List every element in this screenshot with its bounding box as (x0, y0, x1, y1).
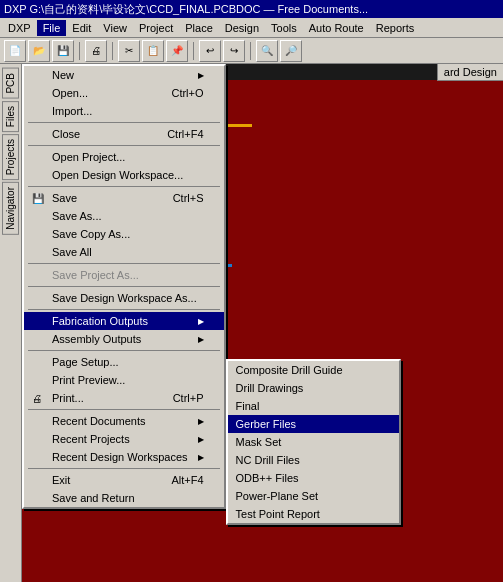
canvas-area: ard Design R20 1602 CHO (22, 64, 503, 582)
dd-nc-drill[interactable]: NC Drill Files (228, 451, 399, 469)
toolbar-sep4 (250, 42, 251, 60)
menu-project[interactable]: Project (133, 20, 179, 36)
dd-final[interactable]: Final (228, 397, 399, 415)
recentworkspaces-arrow: ▶ (198, 453, 204, 462)
sidebar-tab-pcb[interactable]: PCB (2, 68, 19, 99)
menu-autoroute[interactable]: Auto Route (303, 20, 370, 36)
dd-drill-drawings[interactable]: Drill Drawings (228, 379, 399, 397)
menu-edit[interactable]: Edit (66, 20, 97, 36)
menu-place[interactable]: Place (179, 20, 219, 36)
print-icon: 🖨 (32, 393, 48, 404)
dd-save-all[interactable]: Save All (24, 243, 224, 261)
dd-print[interactable]: 🖨Print... Ctrl+P (24, 389, 224, 407)
dd-sep2 (28, 145, 220, 146)
toolbar-copy[interactable]: 📋 (142, 40, 164, 62)
dd-open-workspace[interactable]: Open Design Workspace... (24, 166, 224, 184)
dd-asm-outputs[interactable]: Assembly Outputs ▶ (24, 330, 224, 348)
main-area: PCB Files Projects Navigator ard Design (0, 64, 503, 582)
dd-sep7 (28, 350, 220, 351)
dd-close[interactable]: Close Ctrl+F4 (24, 125, 224, 143)
toolbar-redo[interactable]: ↪ (223, 40, 245, 62)
left-sidebar: PCB Files Projects Navigator (0, 64, 22, 582)
toolbar-sep3 (193, 42, 194, 60)
toolbar-new[interactable]: 📄 (4, 40, 26, 62)
dd-page-setup[interactable]: Page Setup... (24, 353, 224, 371)
menu-reports[interactable]: Reports (370, 20, 421, 36)
toolbar: 📄 📂 💾 🖨 ✂ 📋 📌 ↩ ↪ 🔍 🔎 (0, 38, 503, 64)
dd-save-copy[interactable]: Save Copy As... (24, 225, 224, 243)
save-icon: 💾 (32, 193, 48, 204)
dd-composite-drill[interactable]: Composite Drill Guide (228, 361, 399, 379)
dd-print-preview[interactable]: Print Preview... (24, 371, 224, 389)
dd-sep9 (28, 468, 220, 469)
toolbar-save[interactable]: 💾 (52, 40, 74, 62)
dd-exit[interactable]: Exit Alt+F4 (24, 471, 224, 489)
dd-recent-docs[interactable]: Recent Documents ▶ (24, 412, 224, 430)
dd-sep1 (28, 122, 220, 123)
toolbar-paste[interactable]: 📌 (166, 40, 188, 62)
dd-sep5 (28, 286, 220, 287)
title-text: DXP G:\自己的资料\毕设论文\CCD_FINAL.PCBDOC — Fre… (4, 2, 368, 17)
toolbar-cut[interactable]: ✂ (118, 40, 140, 62)
dd-save-workspace[interactable]: Save Design Workspace As... (24, 289, 224, 307)
recentprojects-arrow: ▶ (198, 435, 204, 444)
dd-save-project[interactable]: Save Project As... (24, 266, 224, 284)
toolbar-sep2 (112, 42, 113, 60)
menu-bar: DXP File Edit View Project Place Design … (0, 18, 503, 38)
sidebar-tab-files[interactable]: Files (2, 101, 19, 132)
fab-outputs-arrow: ▶ (198, 317, 204, 326)
sidebar-tab-navigator[interactable]: Navigator (2, 182, 19, 235)
toolbar-zoomout[interactable]: 🔎 (280, 40, 302, 62)
sidebar-tab-projects[interactable]: Projects (2, 134, 19, 180)
toolbar-undo[interactable]: ↩ (199, 40, 221, 62)
dd-mask-set[interactable]: Mask Set (228, 433, 399, 451)
dd-power-plane[interactable]: Power-Plane Set (228, 487, 399, 505)
dd-open-project[interactable]: Open Project... (24, 148, 224, 166)
dd-odb[interactable]: ODB++ Files (228, 469, 399, 487)
menu-dropdown-wrapper: New ▶ Open... Ctrl+O Import... Close Ctr… (22, 64, 401, 525)
dd-new[interactable]: New ▶ (24, 66, 224, 84)
dd-save[interactable]: 💾Save Ctrl+S (24, 189, 224, 207)
menu-file[interactable]: File (37, 20, 67, 36)
dd-save-as[interactable]: Save As... (24, 207, 224, 225)
fab-submenu: Composite Drill Guide Drill Drawings Fin… (226, 359, 401, 525)
dd-sep3 (28, 186, 220, 187)
dd-sep4 (28, 263, 220, 264)
board-design-tab[interactable]: ard Design (444, 66, 497, 78)
toolbar-print[interactable]: 🖨 (85, 40, 107, 62)
dd-recent-projects[interactable]: Recent Projects ▶ (24, 430, 224, 448)
menu-tools[interactable]: Tools (265, 20, 303, 36)
toolbar-zoom[interactable]: 🔍 (256, 40, 278, 62)
toolbar-sep1 (79, 42, 80, 60)
dd-sep6 (28, 309, 220, 310)
dd-sep8 (28, 409, 220, 410)
dd-gerber[interactable]: Gerber Files (228, 415, 399, 433)
asm-outputs-arrow: ▶ (198, 335, 204, 344)
new-arrow: ▶ (198, 71, 204, 80)
menu-view[interactable]: View (97, 20, 133, 36)
dd-import[interactable]: Import... (24, 102, 224, 120)
dd-test-point[interactable]: Test Point Report (228, 505, 399, 523)
recentdocs-arrow: ▶ (198, 417, 204, 426)
menu-dxp[interactable]: DXP (2, 20, 37, 36)
dd-recent-workspaces[interactable]: Recent Design Workspaces ▶ (24, 448, 224, 466)
dd-fab-outputs[interactable]: Fabrication Outputs ▶ (24, 312, 224, 330)
title-bar: DXP G:\自己的资料\毕设论文\CCD_FINAL.PCBDOC — Fre… (0, 0, 503, 18)
dd-open[interactable]: Open... Ctrl+O (24, 84, 224, 102)
toolbar-open[interactable]: 📂 (28, 40, 50, 62)
menu-design[interactable]: Design (219, 20, 265, 36)
dd-save-return[interactable]: Save and Return (24, 489, 224, 507)
canvas-tab-strip[interactable]: ard Design (437, 64, 503, 81)
file-dropdown: New ▶ Open... Ctrl+O Import... Close Ctr… (22, 64, 226, 509)
